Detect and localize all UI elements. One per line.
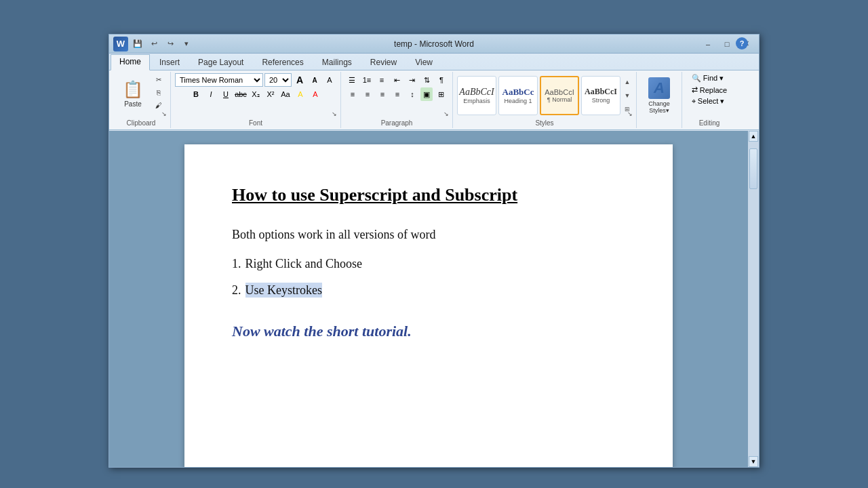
show-marks-button[interactable]: ¶ xyxy=(435,73,448,87)
select-button[interactable]: ⌖ Select ▾ xyxy=(689,96,728,106)
change-styles-group: A ChangeStyles▾ xyxy=(637,72,682,128)
tab-insert[interactable]: Insert xyxy=(151,55,189,70)
paste-button[interactable]: 📋 Paste xyxy=(116,73,150,114)
clipboard-expand-button[interactable]: ↘ xyxy=(159,109,169,119)
find-button[interactable]: 🔍 Find ▾ xyxy=(689,73,726,83)
para-row-1: ☰ 1≡ ≡ ⇤ ⇥ ⇅ ¶ xyxy=(345,73,448,87)
style-emphasis[interactable]: AaBbCcI Emphasis xyxy=(457,76,496,115)
heading1-preview: AaBbCc xyxy=(502,87,534,98)
tab-page-layout[interactable]: Page Layout xyxy=(189,55,252,70)
tab-review[interactable]: Review xyxy=(361,55,406,70)
tab-home[interactable]: Home xyxy=(111,54,150,70)
bold-button[interactable]: B xyxy=(189,87,203,101)
scroll-down-button[interactable]: ▼ xyxy=(749,456,758,467)
select-label: Select ▾ xyxy=(698,97,725,106)
document-scroll-area: How to use Superscript and Subscript Bot… xyxy=(109,131,748,467)
undo-qat-button[interactable]: ↩ xyxy=(147,38,161,50)
select-icon: ⌖ xyxy=(692,97,696,106)
increase-indent-button[interactable]: ⇥ xyxy=(405,73,418,87)
document-para1: Both options work in all versions of wor… xyxy=(232,226,625,244)
align-right-button[interactable]: ≡ xyxy=(376,87,389,101)
tab-references[interactable]: References xyxy=(253,55,312,70)
editing-group: 🔍 Find ▾ ⇄ Replace ⌖ Select ▾ Editing xyxy=(682,72,736,128)
styles-down-button[interactable]: ▼ xyxy=(623,89,632,102)
font-shrink-button[interactable]: A xyxy=(308,73,321,87)
tab-view[interactable]: View xyxy=(406,55,441,70)
tutorial-heading: Now watch the short tutorial. xyxy=(232,320,625,342)
font-grow-button[interactable]: A xyxy=(293,73,307,87)
style-normal[interactable]: AaBbCcI ¶ Normal xyxy=(540,76,579,115)
copy-button[interactable]: ⎘ xyxy=(151,86,166,98)
underline-button[interactable]: U xyxy=(219,87,233,101)
styles-expand-button[interactable]: ↘ xyxy=(625,109,635,119)
font-color-button[interactable]: A xyxy=(309,87,322,101)
styles-group: AaBbCcI Emphasis AaBbCc Heading 1 AaBbCc… xyxy=(453,72,637,128)
vertical-scrollbar: ▲ ▼ xyxy=(748,131,759,467)
emphasis-label: Emphasis xyxy=(463,98,490,104)
list-text-2: Use Keystrokes xyxy=(245,281,322,300)
highlight-button[interactable]: A xyxy=(294,87,307,101)
strikethrough-button[interactable]: abc xyxy=(234,87,248,101)
replace-icon: ⇄ xyxy=(692,85,698,94)
clear-format-button[interactable]: A xyxy=(323,73,336,87)
help-button[interactable]: ? xyxy=(736,37,748,49)
line-spacing-button[interactable]: ↕ xyxy=(406,87,419,101)
list-num-2: 2. xyxy=(232,281,241,300)
font-row-2: B I U abc X₂ X² Aa A A xyxy=(189,87,322,101)
scrollbar-track xyxy=(749,142,758,456)
scrollbar-thumb[interactable] xyxy=(749,148,757,189)
italic-button[interactable]: I xyxy=(204,87,218,101)
clipboard-label: Clipboard xyxy=(112,119,170,127)
replace-button[interactable]: ⇄ Replace xyxy=(689,85,730,95)
subscript-button[interactable]: X₂ xyxy=(249,87,262,101)
title-bar-left: W 💾 ↩ ↪ ▾ xyxy=(113,37,193,52)
scroll-up-button[interactable]: ▲ xyxy=(749,131,758,142)
change-styles-content: A ChangeStyles▾ xyxy=(641,73,677,127)
emphasis-preview: AaBbCcI xyxy=(459,87,494,98)
multilevel-button[interactable]: ≡ xyxy=(375,73,389,87)
list-text-1: Right Click and Choose xyxy=(245,255,363,273)
list-num-1: 1. xyxy=(232,255,241,273)
tab-mailings[interactable]: Mailings xyxy=(313,55,361,70)
qat-more-button[interactable]: ▾ xyxy=(180,38,193,50)
paragraph-label: Paragraph xyxy=(341,119,452,127)
font-row-1: Times New Roman 20 A A A xyxy=(175,73,336,87)
borders-button[interactable]: ⊞ xyxy=(434,87,448,101)
document-heading: How to use Superscript and Subscript xyxy=(232,185,625,205)
strong-preview: AaBbCcI xyxy=(585,87,617,97)
decrease-indent-button[interactable]: ⇤ xyxy=(390,73,403,87)
superscript-button[interactable]: X² xyxy=(264,87,277,101)
styles-up-button[interactable]: ▲ xyxy=(623,76,632,88)
style-strong[interactable]: AaBbCcI Strong xyxy=(581,76,620,115)
font-expand-button[interactable]: ↘ xyxy=(330,109,339,119)
cut-button[interactable]: ✂ xyxy=(151,73,166,85)
paragraph-group: ☰ 1≡ ≡ ⇤ ⇥ ⇅ ¶ ≡ ≡ ≡ ≡ ↕ ▣ xyxy=(341,72,453,128)
justify-button[interactable]: ≡ xyxy=(391,87,404,101)
clipboard-small-buttons: ✂ ⎘ 🖌 xyxy=(151,73,166,111)
editing-label: Editing xyxy=(682,119,736,127)
case-button[interactable]: Aa xyxy=(279,87,292,101)
styles-label: Styles xyxy=(453,119,636,127)
align-center-button[interactable]: ≡ xyxy=(361,87,374,101)
maximize-button[interactable]: □ xyxy=(718,38,736,50)
replace-label: Replace xyxy=(700,86,727,94)
font-size-select[interactable]: 20 xyxy=(264,73,292,87)
align-left-button[interactable]: ≡ xyxy=(346,87,359,101)
find-label: Find ▾ xyxy=(703,74,724,83)
bullets-button[interactable]: ☰ xyxy=(345,73,359,87)
change-styles-button[interactable]: A ChangeStyles▾ xyxy=(641,75,677,116)
document-list-item1: 1. Right Click and Choose xyxy=(232,255,625,273)
save-qat-button[interactable]: 💾 xyxy=(131,38,144,50)
para-expand-button[interactable]: ↘ xyxy=(441,109,451,119)
heading1-label: Heading 1 xyxy=(504,98,532,104)
font-name-select[interactable]: Times New Roman xyxy=(175,73,263,87)
sort-button[interactable]: ⇅ xyxy=(420,73,433,87)
redo-qat-button[interactable]: ↪ xyxy=(163,38,177,50)
numbering-button[interactable]: 1≡ xyxy=(360,73,374,87)
minimize-button[interactable]: – xyxy=(699,38,717,50)
ribbon-tabs: Home Insert Page Layout References Maili… xyxy=(109,54,759,70)
style-heading1[interactable]: AaBbCc Heading 1 xyxy=(498,76,538,115)
strong-label: Strong xyxy=(592,97,610,104)
shading-button[interactable]: ▣ xyxy=(420,87,433,101)
document-list-item2: 2. Use Keystrokes xyxy=(232,281,625,300)
